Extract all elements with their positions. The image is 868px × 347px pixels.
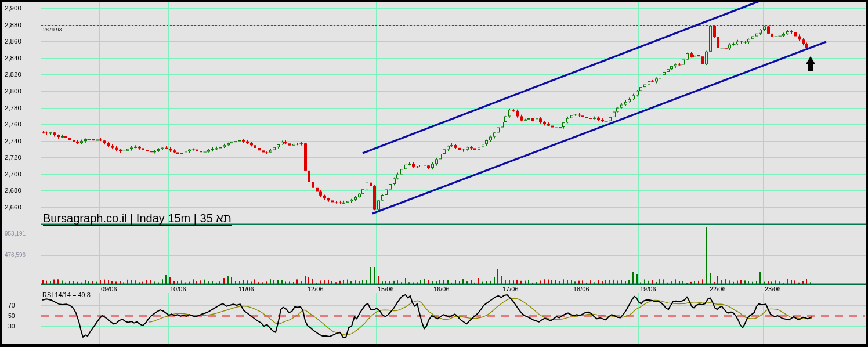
date-axis-label: 17/06 bbox=[502, 285, 519, 292]
date-axis-label: 23/06 bbox=[765, 285, 781, 292]
date-axis-label: 10/06 bbox=[170, 285, 186, 292]
price-axis-label: 2,800 bbox=[5, 88, 21, 95]
price-axis-label: 2,660 bbox=[5, 204, 21, 211]
price-axis-label: 2,880 bbox=[5, 21, 21, 28]
volume-axis-label: 476,596 bbox=[5, 252, 26, 258]
price-axis-label: 2,820 bbox=[5, 71, 21, 78]
rsi-axis-label: 50 bbox=[8, 313, 15, 319]
price-axis-label: 2,760 bbox=[5, 121, 21, 128]
date-axis-label: 15/06 bbox=[378, 285, 394, 292]
rsi-indicator-label: RSI 14/14 = 49.8 bbox=[42, 292, 91, 298]
rsi-axis-label: 30 bbox=[8, 323, 15, 330]
date-axis-label: 11/06 bbox=[238, 285, 254, 292]
chart-canvas[interactable] bbox=[0, 0, 868, 347]
level-price-label: 2879.93 bbox=[43, 27, 62, 32]
date-axis-label: 19/06 bbox=[640, 285, 656, 292]
date-axis-label: 09/06 bbox=[101, 285, 117, 292]
date-axis-label: 22/06 bbox=[710, 285, 726, 292]
date-axis-label: 18/06 bbox=[573, 285, 589, 292]
price-axis-label: 2,720 bbox=[5, 154, 21, 161]
price-axis-label: 2,900 bbox=[5, 5, 21, 12]
volume-axis-label: 953,191 bbox=[5, 230, 26, 237]
price-axis-label: 2,860 bbox=[5, 38, 21, 45]
price-axis-label: 2,680 bbox=[5, 187, 21, 194]
rsi-axis-label: 70 bbox=[8, 302, 15, 309]
price-axis-label: 2,780 bbox=[5, 104, 21, 111]
date-axis-label: 12/06 bbox=[308, 285, 324, 292]
bursagraph-chart-window: 2879.93 Bursagraph.co.il | Inday 15m | 3… bbox=[0, 0, 868, 347]
date-axis-label: 16/06 bbox=[433, 285, 450, 292]
price-axis-label: 2,700 bbox=[5, 171, 21, 178]
price-axis-label: 2,740 bbox=[5, 138, 21, 144]
watermark: Bursagraph.co.il | Inday 15m | 35 תא bbox=[43, 212, 232, 226]
price-axis-label: 2,840 bbox=[5, 55, 21, 62]
